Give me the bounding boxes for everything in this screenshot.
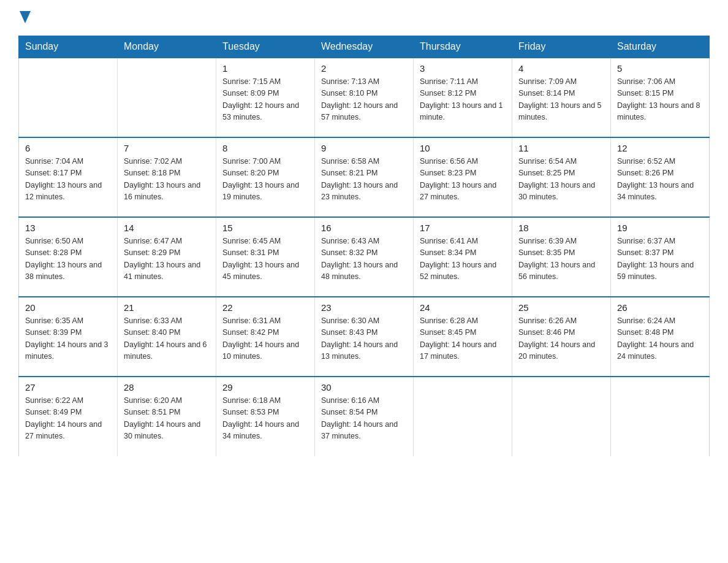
weekday-header-monday: Monday [118, 36, 216, 58]
weekday-header-saturday: Saturday [611, 36, 710, 58]
day-number: 28 [124, 382, 210, 393]
day-cell: 13Sunrise: 6:50 AMSunset: 8:28 PMDayligh… [19, 217, 118, 297]
day-info: Sunrise: 7:11 AMSunset: 8:12 PMDaylight:… [420, 76, 506, 124]
day-number: 12 [617, 143, 703, 153]
day-cell: 16Sunrise: 6:43 AMSunset: 8:32 PMDayligh… [315, 217, 414, 297]
day-info: Sunrise: 6:54 AMSunset: 8:25 PMDaylight:… [518, 156, 604, 204]
day-number: 6 [25, 143, 111, 153]
day-number: 20 [25, 302, 111, 313]
day-info: Sunrise: 6:43 AMSunset: 8:32 PMDaylight:… [321, 236, 407, 283]
day-cell: 6Sunrise: 7:04 AMSunset: 8:17 PMDaylight… [19, 137, 118, 217]
day-cell: 8Sunrise: 7:00 AMSunset: 8:20 PMDaylight… [216, 137, 315, 217]
day-info: Sunrise: 6:22 AMSunset: 8:49 PMDaylight:… [25, 395, 111, 443]
day-cell [611, 377, 710, 456]
weekday-header-thursday: Thursday [414, 36, 512, 58]
day-number: 22 [222, 302, 308, 313]
day-cell: 18Sunrise: 6:39 AMSunset: 8:35 PMDayligh… [512, 217, 611, 297]
day-info: Sunrise: 6:28 AMSunset: 8:45 PMDaylight:… [420, 315, 506, 363]
day-cell [414, 377, 512, 456]
day-info: Sunrise: 6:20 AMSunset: 8:51 PMDaylight:… [124, 395, 210, 443]
day-cell [512, 377, 611, 456]
day-cell: 25Sunrise: 6:26 AMSunset: 8:46 PMDayligh… [512, 297, 611, 377]
day-info: Sunrise: 6:35 AMSunset: 8:39 PMDaylight:… [25, 315, 111, 363]
day-info: Sunrise: 7:13 AMSunset: 8:10 PMDaylight:… [321, 76, 407, 124]
day-info: Sunrise: 6:39 AMSunset: 8:35 PMDaylight:… [518, 236, 604, 283]
day-cell: 15Sunrise: 6:45 AMSunset: 8:31 PMDayligh… [216, 217, 315, 297]
day-info: Sunrise: 7:09 AMSunset: 8:14 PMDaylight:… [518, 76, 604, 124]
weekday-header-tuesday: Tuesday [216, 36, 315, 58]
day-info: Sunrise: 7:15 AMSunset: 8:09 PMDaylight:… [222, 76, 308, 124]
day-number: 7 [124, 143, 210, 153]
day-cell: 29Sunrise: 6:18 AMSunset: 8:53 PMDayligh… [216, 377, 315, 456]
day-number: 10 [420, 143, 506, 153]
weekday-header-wednesday: Wednesday [315, 36, 414, 58]
day-cell: 11Sunrise: 6:54 AMSunset: 8:25 PMDayligh… [512, 137, 611, 217]
day-cell: 7Sunrise: 7:02 AMSunset: 8:18 PMDaylight… [118, 137, 216, 217]
day-info: Sunrise: 6:45 AMSunset: 8:31 PMDaylight:… [222, 236, 308, 283]
day-cell: 23Sunrise: 6:30 AMSunset: 8:43 PMDayligh… [315, 297, 414, 377]
day-cell: 3Sunrise: 7:11 AMSunset: 8:12 PMDaylight… [414, 58, 512, 137]
day-cell: 14Sunrise: 6:47 AMSunset: 8:29 PMDayligh… [118, 217, 216, 297]
day-number: 14 [124, 223, 210, 233]
weekday-header-sunday: Sunday [19, 36, 118, 58]
day-cell: 24Sunrise: 6:28 AMSunset: 8:45 PMDayligh… [414, 297, 512, 377]
day-cell: 5Sunrise: 7:06 AMSunset: 8:15 PMDaylight… [611, 58, 710, 137]
day-cell: 4Sunrise: 7:09 AMSunset: 8:14 PMDaylight… [512, 58, 611, 137]
day-number: 8 [222, 143, 308, 153]
day-cell [118, 58, 216, 137]
week-row-2: 6Sunrise: 7:04 AMSunset: 8:17 PMDaylight… [19, 137, 710, 217]
day-cell: 30Sunrise: 6:16 AMSunset: 8:54 PMDayligh… [315, 377, 414, 456]
day-cell: 21Sunrise: 6:33 AMSunset: 8:40 PMDayligh… [118, 297, 216, 377]
day-cell: 26Sunrise: 6:24 AMSunset: 8:48 PMDayligh… [611, 297, 710, 377]
day-cell: 22Sunrise: 6:31 AMSunset: 8:42 PMDayligh… [216, 297, 315, 377]
day-cell: 1Sunrise: 7:15 AMSunset: 8:09 PMDaylight… [216, 58, 315, 137]
day-number: 25 [518, 302, 604, 313]
day-info: Sunrise: 6:31 AMSunset: 8:42 PMDaylight:… [222, 315, 308, 363]
day-cell: 27Sunrise: 6:22 AMSunset: 8:49 PMDayligh… [19, 377, 118, 456]
day-cell [19, 58, 118, 137]
logo [18, 12, 31, 23]
day-info: Sunrise: 6:26 AMSunset: 8:46 PMDaylight:… [518, 315, 604, 363]
day-number: 26 [617, 302, 703, 313]
day-info: Sunrise: 6:56 AMSunset: 8:23 PMDaylight:… [420, 156, 506, 204]
day-info: Sunrise: 7:04 AMSunset: 8:17 PMDaylight:… [25, 156, 111, 204]
header [18, 12, 710, 23]
day-number: 17 [420, 223, 506, 233]
day-number: 15 [222, 223, 308, 233]
day-info: Sunrise: 6:33 AMSunset: 8:40 PMDaylight:… [124, 315, 210, 363]
day-info: Sunrise: 6:47 AMSunset: 8:29 PMDaylight:… [124, 236, 210, 283]
weekday-header-row: SundayMondayTuesdayWednesdayThursdayFrid… [19, 36, 710, 58]
day-number: 29 [222, 382, 308, 393]
day-info: Sunrise: 6:52 AMSunset: 8:26 PMDaylight:… [617, 156, 703, 204]
day-info: Sunrise: 6:16 AMSunset: 8:54 PMDaylight:… [321, 395, 407, 443]
day-info: Sunrise: 6:50 AMSunset: 8:28 PMDaylight:… [25, 236, 111, 283]
logo-triangle-icon [20, 11, 31, 26]
day-info: Sunrise: 6:30 AMSunset: 8:43 PMDaylight:… [321, 315, 407, 363]
week-row-3: 13Sunrise: 6:50 AMSunset: 8:28 PMDayligh… [19, 217, 710, 297]
day-cell: 17Sunrise: 6:41 AMSunset: 8:34 PMDayligh… [414, 217, 512, 297]
day-cell: 2Sunrise: 7:13 AMSunset: 8:10 PMDaylight… [315, 58, 414, 137]
day-number: 21 [124, 302, 210, 313]
day-cell: 10Sunrise: 6:56 AMSunset: 8:23 PMDayligh… [414, 137, 512, 217]
day-info: Sunrise: 6:58 AMSunset: 8:21 PMDaylight:… [321, 156, 407, 204]
day-number: 16 [321, 223, 407, 233]
day-cell: 19Sunrise: 6:37 AMSunset: 8:37 PMDayligh… [611, 217, 710, 297]
day-number: 4 [518, 63, 604, 74]
day-info: Sunrise: 6:24 AMSunset: 8:48 PMDaylight:… [617, 315, 703, 363]
day-cell: 20Sunrise: 6:35 AMSunset: 8:39 PMDayligh… [19, 297, 118, 377]
day-number: 2 [321, 63, 407, 74]
day-info: Sunrise: 7:06 AMSunset: 8:15 PMDaylight:… [617, 76, 703, 124]
day-number: 30 [321, 382, 407, 393]
day-number: 13 [25, 223, 111, 233]
day-number: 11 [518, 143, 604, 153]
day-info: Sunrise: 6:41 AMSunset: 8:34 PMDaylight:… [420, 236, 506, 283]
day-number: 19 [617, 223, 703, 233]
day-cell: 12Sunrise: 6:52 AMSunset: 8:26 PMDayligh… [611, 137, 710, 217]
day-info: Sunrise: 6:18 AMSunset: 8:53 PMDaylight:… [222, 395, 308, 443]
weekday-header-friday: Friday [512, 36, 611, 58]
day-number: 9 [321, 143, 407, 153]
day-number: 23 [321, 302, 407, 313]
day-number: 27 [25, 382, 111, 393]
week-row-1: 1Sunrise: 7:15 AMSunset: 8:09 PMDaylight… [19, 58, 710, 137]
calendar-table: SundayMondayTuesdayWednesdayThursdayFrid… [18, 36, 710, 456]
